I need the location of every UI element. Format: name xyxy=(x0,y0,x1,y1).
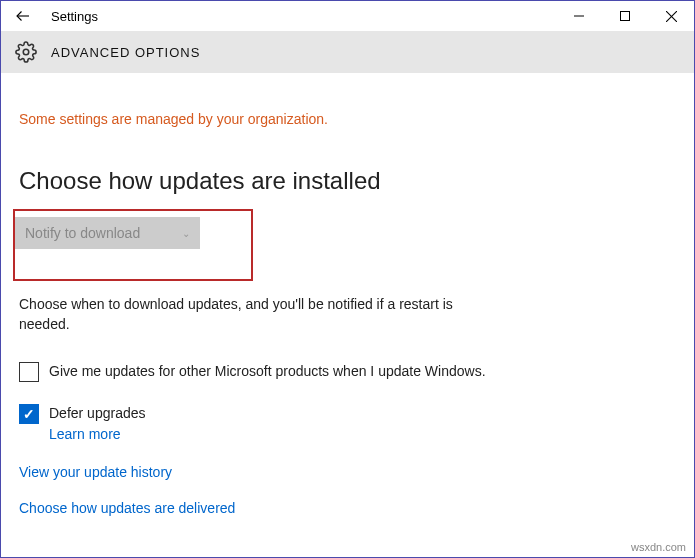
svg-point-5 xyxy=(23,49,29,55)
page-title: ADVANCED OPTIONS xyxy=(51,45,200,60)
back-arrow-icon xyxy=(14,7,32,25)
update-history-link[interactable]: View your update history xyxy=(19,464,172,480)
managed-by-org-message: Some settings are managed by your organi… xyxy=(19,111,676,127)
svg-rect-2 xyxy=(621,12,630,21)
update-delivery-link[interactable]: Choose how updates are delivered xyxy=(19,500,235,516)
section-description: Choose when to download updates, and you… xyxy=(19,295,469,334)
defer-upgrades-row: Defer upgrades Learn more xyxy=(19,404,499,442)
page-header: ADVANCED OPTIONS xyxy=(1,31,694,73)
back-button[interactable] xyxy=(7,1,39,31)
gear-icon xyxy=(15,41,37,63)
section-title: Choose how updates are installed xyxy=(19,167,676,195)
window-controls xyxy=(556,1,694,31)
other-products-row: Give me updates for other Microsoft prod… xyxy=(19,362,499,382)
chevron-down-icon: ⌄ xyxy=(182,228,190,239)
watermark: wsxdn.com xyxy=(631,541,686,553)
minimize-button[interactable] xyxy=(556,1,602,31)
content-area: Some settings are managed by your organi… xyxy=(1,73,694,554)
dropdown-value: Notify to download xyxy=(25,225,140,241)
learn-more-link[interactable]: Learn more xyxy=(49,426,146,442)
dropdown-highlight-box: Notify to download ⌄ xyxy=(13,209,253,281)
maximize-button[interactable] xyxy=(602,1,648,31)
other-products-label: Give me updates for other Microsoft prod… xyxy=(49,362,486,382)
maximize-icon xyxy=(620,11,630,21)
window-title: Settings xyxy=(51,9,98,24)
close-icon xyxy=(666,11,677,22)
settings-window: Settings ADVANCED OPTIONS Some settings … xyxy=(0,0,695,558)
install-mode-dropdown[interactable]: Notify to download ⌄ xyxy=(15,217,200,249)
close-button[interactable] xyxy=(648,1,694,31)
defer-upgrades-checkbox[interactable] xyxy=(19,404,39,424)
defer-upgrades-label: Defer upgrades xyxy=(49,404,146,424)
minimize-icon xyxy=(574,11,584,21)
titlebar: Settings xyxy=(1,1,694,31)
other-products-checkbox[interactable] xyxy=(19,362,39,382)
